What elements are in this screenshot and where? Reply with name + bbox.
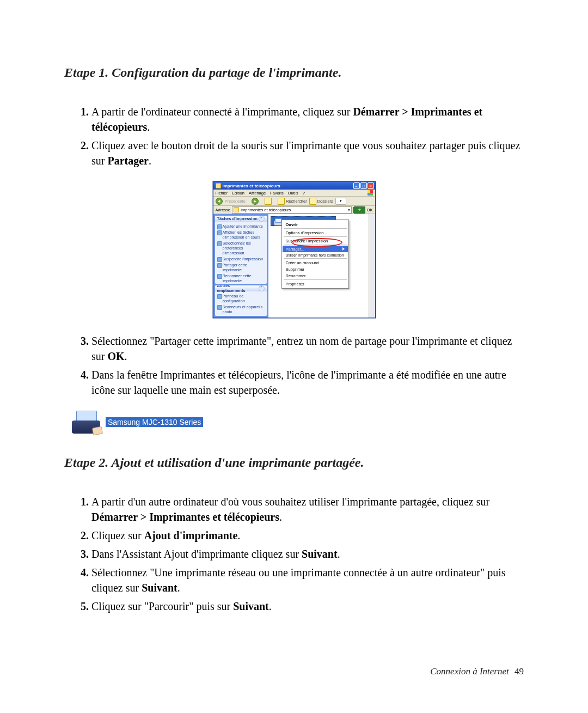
printers-folder-icon	[234, 207, 239, 212]
bold-text: Suivant	[302, 548, 338, 560]
xp-body: Tâches d'impression ˄ Ajouter une imprim…	[213, 214, 375, 318]
ctx-options[interactable]: Options d'impression...	[283, 229, 348, 236]
collapse-icon[interactable]: ˄	[259, 216, 265, 222]
text: .	[177, 582, 180, 594]
ctx-pause[interactable]: Suspendre l'impression	[283, 237, 348, 244]
ctx-share-label: Partager...	[286, 247, 305, 252]
text: .	[147, 121, 150, 133]
menu-help[interactable]: ?	[303, 191, 305, 196]
xp-titlebar: Imprimantes et télécopieurs – □ ×	[213, 182, 375, 190]
step2-item-1: A partir d'un autre ordinateur d'où vous…	[91, 494, 524, 525]
text: .	[338, 548, 340, 560]
go-label: OK	[367, 208, 373, 212]
task-preferences[interactable]: Sélectionnez les préférences d'impressio…	[217, 240, 265, 256]
context-menu: Ouvrir Options d'impression... Suspendre…	[281, 220, 349, 289]
folders-button[interactable]: Dossiers	[309, 198, 333, 205]
bold-text: OK	[107, 350, 124, 362]
close-button[interactable]: ×	[367, 182, 374, 189]
ctx-properties[interactable]: Propriétés	[283, 281, 348, 287]
submenu-arrow-icon	[342, 247, 345, 251]
menu-favorites[interactable]: Favoris	[270, 191, 284, 196]
back-label: Précédente	[225, 199, 246, 204]
folders-label: Dossiers	[317, 199, 333, 204]
text: Cliquez sur	[91, 529, 144, 541]
views-button[interactable]: ▾	[335, 198, 346, 205]
ctx-share[interactable]: Partager...	[283, 246, 348, 252]
collapse-icon[interactable]: ˄	[259, 285, 265, 291]
printers-folder-icon	[216, 183, 221, 188]
other-control-panel[interactable]: Panneau de configuration	[217, 293, 265, 304]
text: Sélectionnez "Partager cette imprimante"…	[91, 335, 512, 362]
menu-edit[interactable]: Edition	[232, 191, 244, 196]
address-input[interactable]: Imprimantes et télécopieurs ▾	[232, 206, 352, 214]
menu-file[interactable]: Fichier	[216, 191, 228, 196]
step2-item-2: Cliquez sur Ajout d'imprimante.	[91, 528, 524, 543]
search-icon	[278, 198, 285, 205]
step1-item-3: Sélectionnez "Partager cette imprimante"…	[91, 333, 524, 364]
footer-section: Connexion à Internet	[430, 666, 509, 677]
step1-title: Etape 1. Configuration du partage de l'i…	[64, 65, 524, 80]
page: Etape 1. Configuration du partage de l'i…	[0, 0, 588, 713]
menu-view[interactable]: Affichage	[249, 191, 266, 196]
step2-item-5: Cliquez sur "Parcourir" puis sur Suivant…	[91, 599, 524, 614]
xp-toolbar: ◄ Précédente ► Rechercher Dossiers ▾	[213, 197, 375, 206]
search-button[interactable]: Rechercher	[278, 198, 307, 205]
sidebar-tasks-panel: Tâches d'impression ˄ Ajouter une imprim…	[215, 216, 267, 284]
shared-printer-icon	[71, 411, 101, 434]
text: .	[149, 155, 151, 167]
bold-text: Suivant	[233, 600, 269, 612]
ctx-open[interactable]: Ouvrir	[283, 221, 348, 228]
back-button[interactable]: ◄	[216, 198, 223, 205]
minimize-button[interactable]: –	[353, 182, 360, 189]
sidebar-other-header[interactable]: Autres emplacements ˄	[215, 285, 267, 291]
forward-button[interactable]: ►	[252, 198, 259, 205]
windows-logo-icon	[367, 190, 373, 196]
sidebar-tasks-header[interactable]: Tâches d'impression ˄	[215, 216, 267, 222]
task-rename[interactable]: Renommer cette imprimante	[217, 273, 265, 284]
text: Cliquez avec le bouton droit de la souri…	[91, 139, 520, 167]
footer-page-number: 49	[514, 666, 524, 677]
up-button[interactable]	[265, 198, 272, 205]
bold-text: Démarrer > Imprimantes et télécopieurs	[91, 511, 279, 523]
figure-shared-printer: Samsung MJC-1310 Series	[71, 411, 524, 434]
ctx-rename[interactable]: Renommer	[283, 272, 348, 279]
ctx-shortcut[interactable]: Créer un raccourci	[283, 259, 348, 266]
sidebar-tasks-title: Tâches d'impression	[217, 216, 258, 221]
step1-item-1: A partir de l'ordinateur connecté à l'im…	[91, 104, 524, 135]
text: .	[125, 350, 127, 362]
address-label: Adresse	[216, 208, 231, 212]
shared-printer-item: Samsung MJC-1310 Series	[71, 411, 203, 434]
task-pause[interactable]: Suspendre l'impression	[217, 256, 265, 262]
ctx-delete[interactable]: Supprimer	[283, 266, 348, 272]
task-add-printer[interactable]: Ajouter une imprimante	[217, 223, 265, 229]
go-button[interactable]: ➜	[353, 206, 365, 214]
text: .	[269, 600, 272, 612]
maximize-button[interactable]: □	[360, 182, 367, 189]
search-label: Rechercher	[286, 199, 307, 204]
xp-sidebar: Tâches d'impression ˄ Ajouter une imprim…	[213, 214, 268, 318]
text: .	[279, 511, 282, 523]
step2-item-4: Sélectionnez "Une imprimante réseau ou u…	[91, 565, 524, 595]
other-mydocs[interactable]: Mes documents	[217, 315, 265, 316]
bold-text: Partager	[107, 155, 149, 167]
task-view-jobs[interactable]: Afficher les tâches d'impression en cour…	[217, 229, 265, 240]
share-hand-icon	[92, 426, 103, 436]
text: Dans la fenêtre Imprimantes et télécopie…	[91, 369, 506, 396]
ctx-offline[interactable]: Utiliser l'imprimante hors connexion	[283, 252, 348, 258]
text: Dans l'Assistant Ajout d'imprimante cliq…	[91, 548, 302, 560]
text: Cliquez sur "Parcourir" puis sur	[91, 600, 233, 612]
scrollbar[interactable]	[369, 214, 375, 318]
xp-main-area: Samsung MJC-1310 Series Ouvrir Options d…	[268, 214, 369, 318]
step1-list-cont: Sélectionnez "Partager cette imprimante"…	[76, 333, 524, 398]
step1-list: A partir de l'ordinateur connecté à l'im…	[76, 104, 524, 168]
task-share[interactable]: Partager cette imprimante	[217, 262, 265, 273]
bold-text: Suivant	[142, 582, 177, 594]
folders-icon	[309, 198, 316, 205]
step1-item-2: Cliquez avec le bouton droit de la souri…	[91, 138, 524, 168]
address-path: Imprimantes et télécopieurs	[241, 208, 291, 212]
text: .	[237, 529, 240, 541]
xp-addressbar: Adresse Imprimantes et télécopieurs ▾ ➜ …	[213, 206, 375, 214]
other-scanners[interactable]: Scanneurs et appareils photo	[217, 304, 265, 315]
menu-tools[interactable]: Outils	[288, 191, 298, 196]
shared-printer-label: Samsung MJC-1310 Series	[106, 417, 203, 427]
